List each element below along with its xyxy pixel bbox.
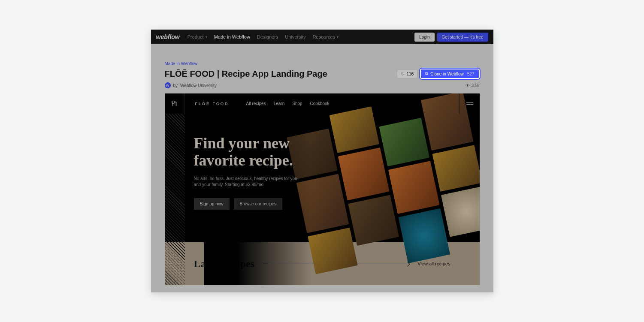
view-count: 👁 3.5k [466, 83, 480, 88]
clone-count: 527 [467, 72, 475, 76]
get-started-button[interactable]: Get started — it's free [437, 33, 488, 42]
food-image [432, 145, 480, 192]
preview-logo[interactable]: FLŌĒ FOOD [195, 102, 229, 106]
hero-section: Find your new favorite recipe. No ads, n… [165, 114, 480, 242]
layers-icon: ⧉ [425, 71, 428, 76]
preview-nav-all-recipes[interactable]: All recipes [246, 101, 266, 106]
eye-icon: 👁 [466, 83, 470, 88]
nav-designers[interactable]: Designers [257, 34, 278, 39]
food-image [398, 208, 450, 263]
food-gallery [283, 93, 479, 285]
avatar: W [165, 82, 171, 88]
chevron-down-icon: ▾ [337, 35, 339, 39]
like-count: 116 [406, 72, 414, 76]
food-image [441, 186, 479, 237]
chevron-down-icon: ▾ [206, 35, 207, 39]
hero-subtitle: No ads, no fuss. Just delicious, healthy… [194, 176, 305, 188]
preview-nav: FLŌĒ FOOD All recipes Learn Shop Cookboo… [165, 93, 480, 114]
hamburger-menu-icon[interactable] [460, 93, 480, 114]
food-image [308, 228, 358, 274]
main-content: Made in Webflow FLŌĒ FOOD | Recipe App L… [151, 44, 493, 292]
hero-title: Find your new favorite recipe. [194, 135, 305, 169]
preview-nav-cookbook[interactable]: Cookbook [310, 101, 330, 106]
nav-resources[interactable]: Resources▾ [313, 34, 339, 39]
food-image [379, 118, 429, 167]
heart-icon: ♡ [401, 72, 405, 76]
clone-in-webflow-button[interactable]: ⧉ Clone in Webflow 527 [420, 69, 479, 79]
decorative-stripe [165, 242, 185, 285]
like-button[interactable]: ♡ 116 [397, 69, 417, 78]
preview-nav-shop[interactable]: Shop [292, 101, 302, 106]
webflow-logo[interactable]: webflow [156, 33, 180, 40]
browse-recipes-button[interactable]: Browse our recipes [234, 198, 283, 210]
site-preview: FLŌĒ FOOD All recipes Learn Shop Cookboo… [165, 93, 480, 285]
login-button[interactable]: Login [414, 33, 434, 42]
food-image [348, 195, 399, 246]
byline-prefix: by [173, 83, 178, 88]
nav-product[interactable]: Product▾ [187, 34, 207, 39]
utensils-icon[interactable] [165, 93, 185, 114]
page-title: FLŌĒ FOOD | Recipe App Landing Page [165, 69, 327, 79]
nav-university[interactable]: University [285, 34, 305, 39]
breadcrumb[interactable]: Made in Webflow [165, 61, 480, 66]
preview-nav-learn[interactable]: Learn [274, 101, 285, 106]
top-nav: webflow Product▾ Made in Webflow Designe… [151, 30, 493, 44]
signup-button[interactable]: Sign up now [194, 198, 230, 210]
nav-made-in-webflow[interactable]: Made in Webflow [214, 34, 250, 39]
byline-author[interactable]: Webflow University [180, 83, 217, 88]
food-image [388, 161, 439, 214]
food-image [338, 147, 389, 200]
